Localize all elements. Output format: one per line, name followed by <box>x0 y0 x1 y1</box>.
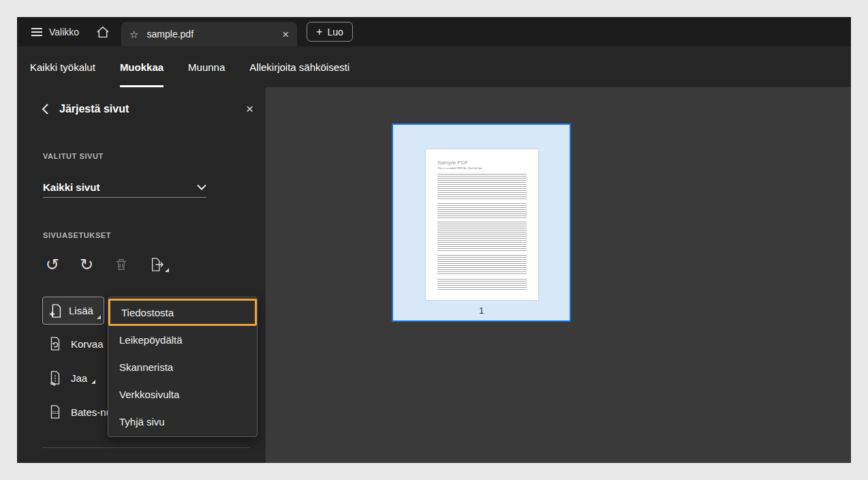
top-bar: Valikko ☆ sample.pdf × + Luo <box>17 17 851 46</box>
selected-pages-header: VALITUT SIVUT <box>43 152 104 160</box>
insert-page-icon <box>48 303 63 319</box>
star-icon[interactable]: ☆ <box>129 29 138 40</box>
svg-text:012: 012 <box>52 410 58 415</box>
nav-item-convert[interactable]: Muunna <box>188 61 225 73</box>
content-area: Järjestä sivut × VALITUT SIVUT Kaikki si… <box>17 87 851 463</box>
replace-page-icon <box>48 335 63 352</box>
page-settings-header: SIVUASETUKSET <box>43 231 111 239</box>
panel-divider <box>42 447 249 448</box>
menu-item-from-file[interactable]: Tiedostosta <box>108 299 257 326</box>
submenu-triangle-icon <box>91 380 95 384</box>
main-menu-button[interactable]: Valikko <box>17 17 89 46</box>
panel-header: Järjestä sivut × <box>42 102 253 115</box>
rotate-left-icon[interactable]: ↺ <box>46 256 59 273</box>
page-thumbnail-selected[interactable]: Sample PDF This is a simple PDF file. Fu… <box>392 123 571 322</box>
split-page-icon <box>48 370 63 386</box>
nav-item-esign[interactable]: Allekirjoita sähköisesti <box>249 61 350 73</box>
document-canvas: Sample PDF This is a simple PDF file. Fu… <box>266 87 851 463</box>
home-button[interactable] <box>89 17 117 46</box>
document-tab[interactable]: ☆ sample.pdf × <box>121 22 297 46</box>
chevron-down-icon <box>197 184 206 190</box>
pdf-paragraph <box>437 203 527 218</box>
pdf-paragraph <box>437 222 527 252</box>
page-tools-row: ↺ ↻ <box>46 256 166 273</box>
hamburger-menu-icon <box>31 27 43 37</box>
menu-item-from-clipboard[interactable]: Leikepöydältä <box>108 326 257 353</box>
split-button-label: Jaa <box>71 372 87 384</box>
insert-button-label: Lisää <box>69 305 93 316</box>
pdf-paragraph <box>437 255 527 275</box>
panel-title: Järjestä sivut <box>59 103 129 115</box>
insert-pages-button[interactable]: Lisää <box>42 297 104 325</box>
pdf-page-preview: Sample PDF This is a simple PDF file. Fu… <box>426 149 538 300</box>
submenu-triangle-icon <box>165 268 169 272</box>
create-button[interactable]: + Luo <box>307 22 353 42</box>
bates-numbering-icon: 012 <box>48 404 63 420</box>
menu-item-blank-page[interactable]: Tyhjä sivu <box>108 408 257 435</box>
page-number-label: 1 <box>393 305 570 316</box>
bates-button-label: Bates-nu <box>71 406 112 418</box>
page-range-select[interactable]: Kaikki sivut <box>43 177 206 198</box>
panel-close-icon[interactable]: × <box>246 102 253 115</box>
main-menu-label: Valikko <box>49 27 79 38</box>
page-range-value: Kaikki sivut <box>43 181 99 193</box>
tools-nav-bar: Kaikki työkalut Muokkaa Muunna Allekirjo… <box>17 46 851 87</box>
extract-page-icon[interactable] <box>149 257 166 272</box>
split-pages-button[interactable]: Jaa <box>48 368 95 388</box>
menu-item-from-webpage[interactable]: Verkkosivulta <box>108 380 257 408</box>
pdf-paragraph <box>437 174 527 200</box>
nav-item-edit[interactable]: Muokkaa <box>120 61 164 73</box>
insert-pages-menu: Tiedostosta Leikepöydältä Skannerista Ve… <box>108 297 258 437</box>
menu-item-from-scanner[interactable]: Skannerista <box>108 353 257 380</box>
trash-icon[interactable] <box>114 257 129 272</box>
home-icon <box>96 26 110 38</box>
pdf-paragraph <box>437 279 527 290</box>
replace-pages-button[interactable]: Korvaa <box>48 333 104 354</box>
bates-numbering-button[interactable]: 012 Bates-nu <box>48 402 112 422</box>
rotate-right-icon[interactable]: ↻ <box>80 256 93 273</box>
pdf-title-text: Sample PDF <box>437 160 527 166</box>
replace-button-label: Korvaa <box>71 338 104 350</box>
organize-pages-panel: Järjestä sivut × VALITUT SIVUT Kaikki si… <box>17 87 266 463</box>
back-chevron-icon[interactable] <box>42 103 49 115</box>
create-button-label: Luo <box>327 27 343 38</box>
tab-close-icon[interactable]: × <box>282 29 289 40</box>
app-window: Valikko ☆ sample.pdf × + Luo Kaikki työk… <box>17 17 851 463</box>
tab-title: sample.pdf <box>147 29 193 40</box>
nav-item-all-tools[interactable]: Kaikki työkalut <box>30 61 95 73</box>
pdf-subtitle-text: This is a simple PDF file. Fun fun fun. <box>437 166 527 170</box>
plus-icon: + <box>316 27 322 38</box>
submenu-triangle-icon <box>97 315 101 319</box>
